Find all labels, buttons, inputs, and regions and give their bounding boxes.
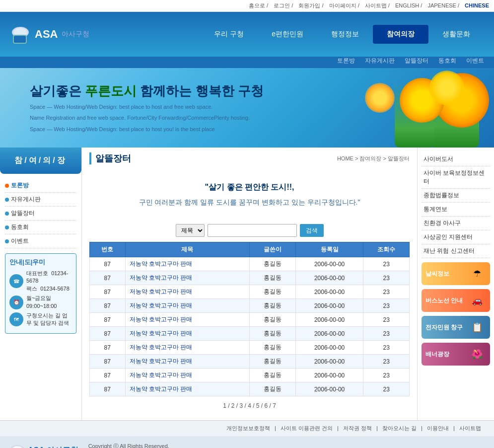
cell-views: 23	[363, 327, 410, 341]
header: ASA 아사구청 우리 구청 e편한민원 행정정보 참여의장 생활문화	[0, 12, 494, 57]
sub-nav-3[interactable]: 동호회	[438, 57, 456, 65]
sub-nav-0[interactable]: 토론방	[337, 57, 355, 65]
card-banner-title: 배너광장	[425, 350, 465, 359]
cell-date: 2006-00-00	[295, 299, 363, 313]
table-row[interactable]: 87 저농약 호박고구마 판매 홍길동 2006-00-00 23	[90, 382, 410, 396]
top-link-home[interactable]: 홈으로	[249, 2, 265, 8]
nav-item-0[interactable]: 우리 구청	[200, 25, 258, 44]
page-title: 알뜰장터	[89, 152, 131, 164]
table-row[interactable]: 87 저농약 호박고구마 판매 홍길동 2006-00-00 23	[90, 299, 410, 313]
cell-date: 2006-00-00	[295, 341, 363, 355]
top-link-login[interactable]: 로그인	[274, 2, 290, 8]
quote-box: "살기 좋은 편안한 도시!!, 구민 여러분과 함께 일류 도시를 꿈꾸며 변…	[89, 169, 410, 219]
card-ecivil[interactable]: 전자민원 창구 📋	[422, 316, 490, 339]
cell-title[interactable]: 저농약 호박고구마 판매	[125, 355, 250, 369]
card-bus[interactable]: 버스노선 안내 🚗	[422, 289, 490, 312]
footer-link-5[interactable]: 사이트맵	[459, 425, 481, 431]
table-row[interactable]: 87 저농약 호박고구마 판매 홍길동 2006-00-00 23	[90, 271, 410, 285]
logo-asa: ASA	[35, 28, 58, 41]
board-table: 번호 제목 글쓴이 등록일 조회수 87 저농약 호박고구마 판매 홍길동 20…	[89, 242, 410, 396]
search-select[interactable]: 제목	[176, 224, 205, 237]
col-header-no: 번호	[90, 242, 126, 257]
sub-nav-2[interactable]: 알뜰장터	[405, 57, 428, 65]
nav-item-3[interactable]: 참여의장	[373, 25, 428, 44]
info-row-directions[interactable]: 🗺 구청오시는 길 업무 및 담당자 검색	[9, 312, 72, 327]
sidebar-item-동호회[interactable]: 동호회	[5, 221, 76, 234]
footer-info: Copyright ⓒ All Rights Reserved. 특별시 우리구…	[88, 442, 292, 448]
footer-link-3[interactable]: 찾아오시는 길	[382, 425, 417, 431]
sub-nav-1[interactable]: 자유게시판	[365, 57, 395, 65]
cell-title[interactable]: 저농약 호박고구마 판매	[125, 382, 250, 396]
table-row[interactable]: 87 저농약 호박고구마 판매 홍길동 2006-00-00 23	[90, 327, 410, 341]
cell-date: 2006-00-00	[295, 327, 363, 341]
info-box-title: 안내|도|우미	[9, 258, 72, 267]
top-link-register[interactable]: 회원가입	[298, 2, 320, 8]
nav-item-2[interactable]: 행정정보	[317, 25, 373, 44]
clock-icon: ⏰	[9, 296, 23, 309]
right-link-1[interactable]: 사이버 보육보정정보센터	[422, 166, 490, 189]
table-row[interactable]: 87 저농약 호박고구마 판매 홍길동 2006-00-00 23	[90, 355, 410, 369]
cell-views: 23	[363, 341, 410, 355]
cell-title[interactable]: 저농약 호박고구마 판매	[125, 299, 250, 313]
top-link-sitemap[interactable]: 사이트맵	[365, 2, 387, 8]
col-header-title: 제목	[125, 242, 250, 257]
banner-subtitle-3: Space — Web Hosting/Web Design: best pla…	[30, 125, 264, 134]
search-input[interactable]	[208, 224, 297, 237]
footer-link-2[interactable]: 저작권 정책	[343, 425, 372, 431]
table-row[interactable]: 87 저농약 호박고구마 판매 홍길동 2006-00-00 23	[90, 313, 410, 327]
banner-subtitle-1: Space — Web Hosting/Web Design: best pla…	[30, 103, 264, 111]
banner: 살기좋은 푸른도시 함께하는 행복한 구청 Space — Web Hostin…	[0, 68, 494, 148]
cell-no: 87	[90, 369, 126, 382]
table-row[interactable]: 87 저농약 호박고구마 판매 홍길동 2006-00-00 23	[90, 257, 410, 271]
main-nav: 우리 구청 e편한민원 행정정보 참여의장 생활문화	[200, 25, 484, 44]
footer-link-4[interactable]: 이용안내	[427, 425, 449, 431]
sidebar-item-토론방[interactable]: 토론방	[5, 179, 76, 193]
info-row-phone: ☎ 대표번호 01234-5678 팩스 01234-5678	[9, 270, 72, 293]
table-row[interactable]: 87 저농약 호박고구마 판매 홍길동 2006-00-00 23	[90, 341, 410, 355]
cell-title[interactable]: 저농약 호박고구마 판매	[125, 271, 250, 285]
search-button[interactable]: 검색	[300, 224, 324, 237]
sub-nav: 토론방 자유게시판 알뜰장터 동호회 이벤트	[0, 57, 494, 68]
nav-item-1[interactable]: e편한민원	[258, 25, 317, 44]
cell-title[interactable]: 저농약 호박고구마 판매	[125, 369, 250, 382]
footer-link-0[interactable]: 개인정보보호정책	[226, 425, 270, 431]
top-link-english[interactable]: ENGLISH	[395, 2, 419, 8]
cell-title[interactable]: 저농약 호박고구마 판매	[125, 257, 250, 271]
sub-nav-4[interactable]: 이벤트	[466, 57, 484, 65]
nav-item-4[interactable]: 생활문화	[428, 25, 484, 44]
top-link-japanese[interactable]: JAPENESE	[427, 2, 456, 8]
card-weather[interactable]: 날씨정보 ☂	[422, 262, 490, 285]
right-link-3[interactable]: 통계연보	[422, 203, 490, 217]
table-row[interactable]: 87 저농약 호박고구마 판매 홍길동 2006-00-00 23	[90, 285, 410, 299]
cell-title[interactable]: 저농약 호박고구마 판매	[125, 341, 250, 355]
right-link-0[interactable]: 사이버도서	[422, 152, 490, 166]
cell-author: 홍길동	[250, 285, 295, 299]
table-row[interactable]: 87 저농약 호박고구마 판매 홍길동 2006-00-00 23	[90, 369, 410, 382]
col-header-views: 조회수	[363, 242, 410, 257]
main-content: 알뜰장터 HOME > 참여의장 > 알뜰장터 "살기 좋은 편안한 도시!!,…	[82, 148, 417, 420]
cell-title[interactable]: 저농약 호박고구마 판매	[125, 313, 250, 327]
right-link-2[interactable]: 종합법률정보	[422, 189, 490, 203]
right-link-5[interactable]: 사상공인 지원센터	[422, 230, 490, 244]
page-title-bar: 알뜰장터 HOME > 참여의장 > 알뜰장터	[89, 152, 410, 164]
info-directions: 구청오시는 길 업무 및 담당자 검색	[26, 312, 72, 327]
top-link-chinese[interactable]: CHINESE	[465, 2, 489, 8]
ecivil-icon: 📋	[468, 320, 486, 335]
banner-title: 살기좋은 푸른도시 함께하는 행복한 구청	[30, 82, 264, 100]
card-banner[interactable]: 배너광장 🌺	[422, 343, 490, 366]
top-link-mypage[interactable]: 마이페이지	[329, 2, 356, 8]
sidebar-item-이벤트[interactable]: 이벤트	[5, 234, 76, 248]
right-link-6[interactable]: 재난 위험 신고센터	[422, 244, 490, 258]
cell-title[interactable]: 저농약 호박고구마 판매	[125, 327, 250, 341]
cell-no: 87	[90, 355, 126, 369]
cell-author: 홍길동	[250, 313, 295, 327]
search-bar: 제목 검색	[89, 224, 410, 237]
sidebar-item-알뜰장터[interactable]: 알뜰장터	[5, 207, 76, 221]
main-layout: 참/여/의/장 토론방 자유게시판 알뜰장터 동호회 이벤트 안내|도|우미 ☎	[0, 148, 494, 420]
footer-link-1[interactable]: 사이트 이용관련 건의	[281, 425, 333, 431]
cell-author: 홍길동	[250, 355, 295, 369]
footer-logo-text: ASA 아사구청	[28, 446, 78, 448]
sidebar-item-자유게시판[interactable]: 자유게시판	[5, 193, 76, 207]
right-link-4[interactable]: 친환경 아사구	[422, 217, 490, 230]
cell-title[interactable]: 저농약 호박고구마 판매	[125, 285, 250, 299]
